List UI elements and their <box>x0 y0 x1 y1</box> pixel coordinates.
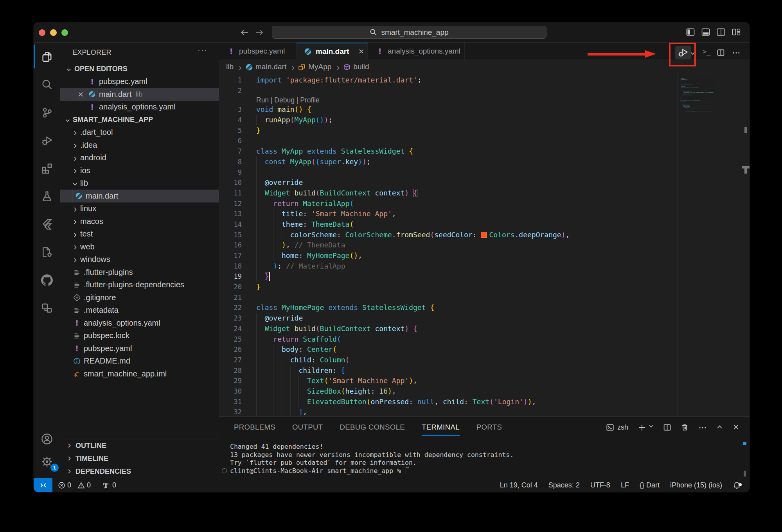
open-editor-item[interactable]: !analysis_options.yaml <box>60 101 219 114</box>
forward-icon[interactable] <box>255 28 264 37</box>
tree-item-android[interactable]: android <box>60 152 219 165</box>
activity-github[interactable] <box>34 266 60 294</box>
tab-main-dart[interactable]: main.dart <box>297 43 368 59</box>
toggle-panel-icon[interactable] <box>701 28 710 36</box>
annotation-red-arrow-head <box>645 50 656 58</box>
tree-item-pubspec-lock[interactable]: pubspec.lock <box>60 330 219 342</box>
tree-item-analysis-options-yaml[interactable]: !analysis_options.yaml <box>60 317 219 330</box>
indentation-status[interactable]: Spaces: 2 <box>548 481 580 489</box>
eol-status[interactable]: LF <box>621 481 629 489</box>
color-swatch-deep-orange[interactable] <box>481 232 487 238</box>
breadcrumb-item[interactable]: lib <box>226 63 234 71</box>
split-terminal-icon[interactable] <box>663 423 671 432</box>
cursor-position-status[interactable]: Ln 19, Col 4 <box>500 481 538 489</box>
panel-tab-problems[interactable]: PROBLEMS <box>234 417 275 438</box>
tree-item--metadata[interactable]: .metadata <box>60 304 219 317</box>
open-editors-header[interactable]: OPEN EDITORS <box>60 63 219 75</box>
notifications-bell[interactable] <box>733 481 741 489</box>
tree-item-test[interactable]: test <box>60 228 219 241</box>
traffic-lights <box>39 29 68 36</box>
tab-pubspec-yaml[interactable]: !pubspec.yaml <box>219 43 297 59</box>
breadcrumb-separator-icon <box>237 64 242 69</box>
explorer-more-actions-icon[interactable]: ··· <box>198 46 208 55</box>
editor-more-actions-icon[interactable] <box>732 48 741 57</box>
activity-explorer[interactable] <box>34 43 60 70</box>
project-header[interactable]: SMART_MACHINE_APP <box>60 113 219 126</box>
section-outline[interactable]: OUTLINE <box>60 439 219 452</box>
maximize-panel-icon[interactable] <box>716 423 723 432</box>
close-window-button[interactable] <box>39 29 45 36</box>
tree-item-main-dart[interactable]: main.dart <box>60 190 219 202</box>
activity-remote-explorer[interactable] <box>34 294 60 322</box>
activity-extensions[interactable] <box>34 154 60 182</box>
breadcrumb-item[interactable]: MyApp <box>308 63 331 71</box>
tab-analysis-options-yaml[interactable]: !analysis_options.yaml <box>368 43 465 59</box>
breadcrumb-item[interactable]: build <box>353 63 369 71</box>
tree-item--idea[interactable]: .idea <box>60 139 219 152</box>
section-dependencies[interactable]: DEPENDENCIES <box>60 465 219 478</box>
terminal[interactable]: Changed 41 dependencies!13 packages have… <box>230 443 514 475</box>
code-text: const MyApp({super.key}); <box>256 157 371 167</box>
panel-tab-output[interactable]: OUTPUT <box>292 417 323 438</box>
panel-tab-terminal[interactable]: TERMINAL <box>422 417 460 438</box>
device-target-status[interactable]: iPhone (15) (ios) <box>670 481 722 489</box>
close-editor-icon[interactable] <box>77 91 84 98</box>
code-editor[interactable]: 1import 'package:flutter/material.dart';… <box>219 74 750 416</box>
breadcrumb-item[interactable]: main.dart <box>255 63 286 71</box>
tree-item--dart-tool[interactable]: .dart_tool <box>60 126 219 139</box>
section-timeline[interactable]: TIMELINE <box>60 452 219 465</box>
remote-indicator[interactable] <box>34 478 52 492</box>
activity-search[interactable] <box>34 71 60 99</box>
problems-status[interactable]: 00 <box>58 481 91 489</box>
new-terminal-icon[interactable] <box>638 423 646 432</box>
customize-layout-icon[interactable] <box>732 28 741 36</box>
zoom-window-button[interactable] <box>61 29 68 36</box>
line-number: 32 <box>219 407 242 416</box>
bottom-panel: PROBLEMSOUTPUTDEBUG CONSOLETERMINALPORTS… <box>219 416 750 478</box>
tree-item--flutter-plugins[interactable]: .flutter-plugins <box>60 266 219 279</box>
activity-testing[interactable] <box>34 183 60 210</box>
tree-item-lib[interactable]: lib <box>60 177 219 190</box>
back-icon[interactable] <box>240 28 249 37</box>
tree-item-macos[interactable]: macos <box>60 215 219 228</box>
open-editor-item[interactable]: main.dartlib <box>60 88 219 101</box>
notification-dot <box>739 483 742 486</box>
terminal-shell-chip[interactable]: zsh <box>606 423 628 432</box>
ports-status[interactable]: 0 <box>102 481 116 489</box>
panel-more-actions-icon[interactable] <box>698 423 706 432</box>
codelens[interactable]: Run | Debug | Profile <box>219 96 750 104</box>
panel-tab-debug-console[interactable]: DEBUG CONSOLE <box>340 417 405 438</box>
tree-item-web[interactable]: web <box>60 240 219 253</box>
kill-terminal-icon[interactable] <box>681 423 689 432</box>
tree-item-ios[interactable]: ios <box>60 164 219 177</box>
terminal-line: 13 packages have newer versions incompat… <box>230 451 514 459</box>
close-tab-icon[interactable] <box>358 48 365 55</box>
language-mode-status[interactable]: {} Dart <box>640 481 660 489</box>
minimize-window-button[interactable] <box>50 29 57 36</box>
tree-item--gitignore[interactable]: .gitignore <box>60 291 219 304</box>
code-text: ElevatedButton(onPressed: null, child: T… <box>256 397 536 407</box>
split-editor-icon[interactable] <box>717 28 725 36</box>
open-editor-item[interactable]: !pubspec.yaml <box>60 75 219 88</box>
tree-item-pubspec-yaml[interactable]: !pubspec.yaml <box>60 342 219 355</box>
tree-item-windows[interactable]: windows <box>60 253 219 266</box>
tree-item-linux[interactable]: linux <box>60 202 219 215</box>
activity-flutter[interactable] <box>34 210 60 238</box>
activity-settings[interactable]: 1 <box>34 448 60 475</box>
split-editor-toolbar-icon[interactable] <box>717 48 725 57</box>
activity-dart-devtools[interactable] <box>34 238 60 266</box>
command-center-search[interactable]: smart_machine_app <box>272 26 547 39</box>
encoding-status[interactable]: UTF-8 <box>590 481 610 489</box>
tree-item--flutter-plugins-dependencies[interactable]: .flutter-plugins-dependencies <box>60 279 219 292</box>
tree-item-smart-machine-app-iml[interactable]: smart_machine_app.iml <box>60 367 219 380</box>
minimap[interactable]: import 'package:flutter/material.dart';v… <box>680 75 742 416</box>
activity-run-debug[interactable] <box>34 127 60 154</box>
terminal-profile-chevron-icon[interactable] <box>648 423 654 432</box>
toggle-sidebar-icon[interactable] <box>686 28 695 36</box>
activity-source-control[interactable] <box>34 99 60 126</box>
panel-tab-ports[interactable]: PORTS <box>476 417 502 438</box>
tree-item-README-md[interactable]: README.md <box>60 355 219 368</box>
run-in-terminal-icon[interactable]: >_ <box>703 48 710 56</box>
codelens-run-debug-profile[interactable]: Run | Debug | Profile <box>256 96 320 104</box>
close-panel-icon[interactable] <box>732 423 739 432</box>
